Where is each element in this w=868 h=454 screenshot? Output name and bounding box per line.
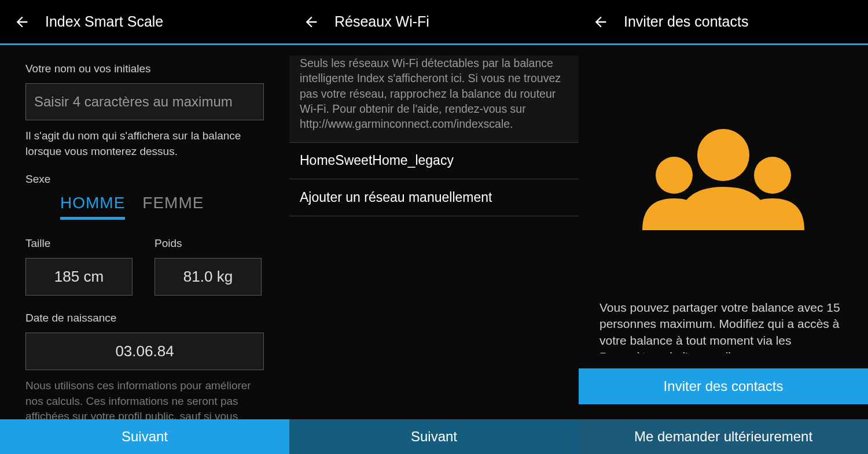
page-title: Inviter des contacts xyxy=(624,13,748,30)
sex-option-male[interactable]: HOMME xyxy=(60,194,125,220)
sex-selector: HOMME FEMME xyxy=(25,194,264,220)
header: Inviter des contacts xyxy=(579,0,868,45)
content: Vous pouvez partager votre balance avec … xyxy=(579,45,868,353)
height-input[interactable]: 185 cm xyxy=(25,258,133,296)
header: Index Smart Scale xyxy=(0,0,289,45)
header: Réseaux Wi-Fi xyxy=(289,0,579,45)
ask-later-button[interactable]: Me demander ultérieurement xyxy=(579,419,868,454)
screen-profile: Index Smart Scale Votre nom ou vos initi… xyxy=(0,0,289,454)
name-helper: Il s'agit du nom qui s'affichera sur la … xyxy=(25,128,264,159)
screen-invite: Inviter des contacts Vous pouvez partage… xyxy=(579,0,868,454)
back-button[interactable] xyxy=(300,10,323,34)
svg-point-2 xyxy=(697,129,749,181)
next-button[interactable]: Suivant xyxy=(289,419,579,454)
screen-wifi: Réseaux Wi-Fi Seuls les réseaux Wi-Fi dé… xyxy=(289,0,579,454)
svg-point-1 xyxy=(754,157,791,194)
name-input[interactable] xyxy=(25,83,264,120)
arrow-left-icon xyxy=(303,14,319,30)
name-label: Votre nom ou vos initiales xyxy=(25,62,264,75)
dob-input[interactable]: 03.06.84 xyxy=(25,333,264,370)
sex-label: Sexe xyxy=(25,173,264,186)
people-icon xyxy=(599,115,847,230)
page-title: Réseaux Wi-Fi xyxy=(334,13,429,30)
page-title: Index Smart Scale xyxy=(45,13,163,30)
privacy-note: Nous utilisons ces informations pour amé… xyxy=(25,378,264,419)
content: Votre nom ou vos initiales Il s'agit du … xyxy=(0,45,289,419)
share-description: Vous pouvez partager votre balance avec … xyxy=(599,300,847,353)
next-button[interactable]: Suivant xyxy=(0,419,289,454)
weight-input[interactable]: 81.0 kg xyxy=(155,258,262,296)
sex-option-female[interactable]: FEMME xyxy=(142,194,204,220)
svg-point-0 xyxy=(656,157,693,194)
arrow-left-icon xyxy=(593,14,609,30)
content: Seuls les réseaux Wi-Fi détectables par … xyxy=(289,45,579,419)
invite-contacts-button[interactable]: Inviter des contacts xyxy=(579,368,868,404)
arrow-left-icon xyxy=(14,14,30,30)
add-network-manual[interactable]: Ajouter un réseau manuellement xyxy=(289,179,579,216)
back-button[interactable] xyxy=(10,10,34,34)
height-label: Taille xyxy=(25,237,133,250)
back-button[interactable] xyxy=(589,10,612,34)
weight-label: Poids xyxy=(155,237,262,250)
wifi-info-text: Seuls les réseaux Wi-Fi détectables par … xyxy=(289,56,579,142)
dob-label: Date de naissance xyxy=(25,312,264,324)
wifi-network-item[interactable]: HomeSweetHome_legacy xyxy=(289,142,579,179)
